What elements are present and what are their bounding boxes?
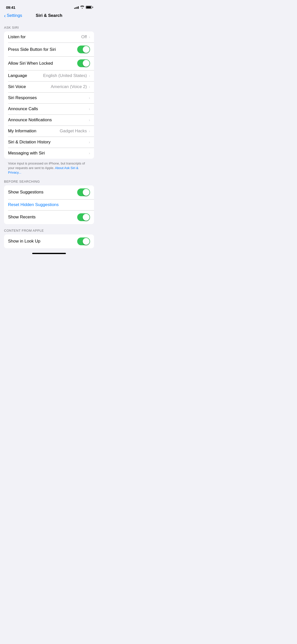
status-icons xyxy=(74,6,92,9)
announce-notifications-row[interactable]: Announce Notifications › xyxy=(4,114,94,126)
show-in-look-up-toggle[interactable] xyxy=(77,237,90,245)
siri-responses-label: Siri Responses xyxy=(8,95,88,100)
my-information-label: My Information xyxy=(8,129,60,134)
content-from-apple-section-label: CONTENT FROM APPLE xyxy=(0,224,98,234)
siri-voice-label: Siri Voice xyxy=(8,84,51,89)
page-title: Siri & Search xyxy=(36,13,62,18)
messaging-with-siri-row[interactable]: Messaging with Siri › xyxy=(4,148,94,159)
siri-responses-row[interactable]: Siri Responses › xyxy=(4,92,94,103)
my-information-chevron-icon: › xyxy=(89,129,90,133)
show-recents-toggle[interactable] xyxy=(77,213,90,221)
allow-when-locked-toggle[interactable] xyxy=(77,59,90,67)
ask-siri-card: Listen for Off › Press Side Button for S… xyxy=(4,31,94,159)
back-button[interactable]: ‹ Settings xyxy=(4,13,22,18)
ask-siri-section-label: ASK SIRI xyxy=(0,21,98,31)
allow-when-locked-label: Allow Siri When Locked xyxy=(8,61,77,66)
press-side-button-row[interactable]: Press Side Button for Siri xyxy=(4,43,94,56)
back-chevron-icon: ‹ xyxy=(4,13,6,18)
signal-icon xyxy=(74,6,79,9)
listen-for-label: Listen for xyxy=(8,34,81,39)
show-in-look-up-row[interactable]: Show in Look Up xyxy=(4,234,94,248)
my-information-row[interactable]: My Information Gadget Hacks › xyxy=(4,126,94,137)
show-suggestions-label: Show Suggestions xyxy=(8,190,77,195)
show-in-look-up-label: Show in Look Up xyxy=(8,239,77,244)
announce-calls-label: Announce Calls xyxy=(8,106,88,111)
siri-voice-row[interactable]: Siri Voice American (Voice 2) › xyxy=(4,81,94,92)
nav-header: ‹ Settings Siri & Search xyxy=(0,11,98,21)
messaging-with-siri-label: Messaging with Siri xyxy=(8,151,88,156)
language-row[interactable]: Language English (United States) › xyxy=(4,70,94,81)
announce-notifications-chevron-icon: › xyxy=(89,118,90,122)
before-searching-card: Show Suggestions Reset Hidden Suggestion… xyxy=(4,185,94,224)
siri-dictation-history-row[interactable]: Siri & Dictation History › xyxy=(4,137,94,148)
listen-for-row[interactable]: Listen for Off › xyxy=(4,31,94,43)
status-bar: 09:41 xyxy=(0,0,98,11)
listen-for-value: Off xyxy=(81,34,87,39)
messaging-with-siri-chevron-icon: › xyxy=(89,151,90,155)
siri-responses-chevron-icon: › xyxy=(89,96,90,100)
language-label: Language xyxy=(8,73,43,78)
show-recents-row[interactable]: Show Recents xyxy=(4,210,94,224)
show-suggestions-toggle[interactable] xyxy=(77,188,90,196)
show-suggestions-row[interactable]: Show Suggestions xyxy=(4,185,94,199)
wifi-icon xyxy=(80,6,84,9)
listen-for-chevron-icon: › xyxy=(89,35,90,39)
home-bar xyxy=(32,253,66,254)
announce-notifications-label: Announce Notifications xyxy=(8,117,88,123)
announce-calls-row[interactable]: Announce Calls › xyxy=(4,103,94,114)
siri-dictation-history-label: Siri & Dictation History xyxy=(8,140,88,145)
reset-hidden-suggestions-row[interactable]: Reset Hidden Suggestions xyxy=(4,199,94,210)
content-from-apple-card: Show in Look Up xyxy=(4,234,94,248)
siri-voice-value: American (Voice 2) xyxy=(51,84,87,89)
reset-hidden-suggestions-label[interactable]: Reset Hidden Suggestions xyxy=(8,202,59,207)
before-searching-section-label: BEFORE SEARCHING xyxy=(0,175,98,185)
announce-calls-chevron-icon: › xyxy=(89,107,90,111)
press-side-button-toggle[interactable] xyxy=(77,46,90,53)
status-time: 09:41 xyxy=(6,5,15,10)
battery-icon xyxy=(86,6,92,9)
back-button-label: Settings xyxy=(7,13,22,18)
press-side-button-label: Press Side Button for Siri xyxy=(8,47,77,52)
ask-siri-footer: Voice input is processed on iPhone, but … xyxy=(0,159,98,175)
siri-dictation-history-chevron-icon: › xyxy=(89,140,90,144)
language-chevron-icon: › xyxy=(89,74,90,78)
siri-voice-chevron-icon: › xyxy=(89,85,90,89)
show-recents-label: Show Recents xyxy=(8,215,77,220)
my-information-value: Gadget Hacks xyxy=(60,129,87,134)
allow-when-locked-row[interactable]: Allow Siri When Locked xyxy=(4,56,94,70)
home-indicator xyxy=(0,251,98,256)
language-value: English (United States) xyxy=(43,73,87,78)
